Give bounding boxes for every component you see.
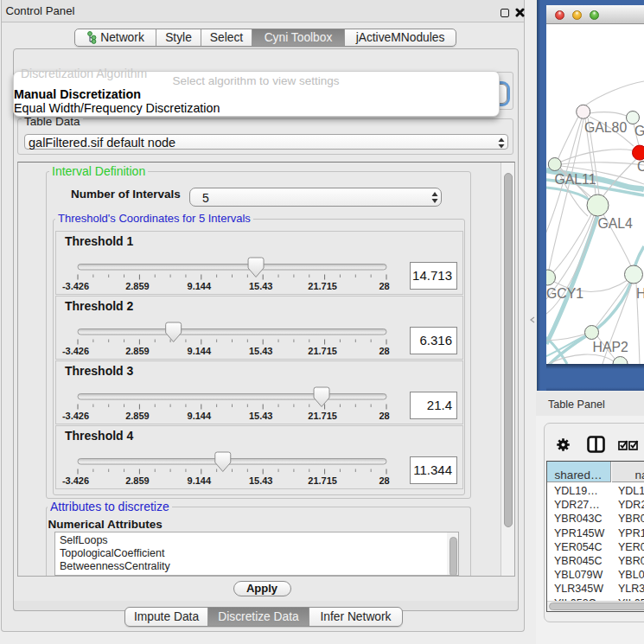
svg-text:15.43: 15.43 — [249, 411, 273, 421]
svg-text:9.144: 9.144 — [188, 281, 212, 291]
svg-text:28: 28 — [379, 346, 389, 356]
svg-text:9.144: 9.144 — [188, 411, 212, 421]
svg-text:GAL4: GAL4 — [598, 216, 634, 231]
svg-text:2.859: 2.859 — [125, 411, 150, 421]
svg-text:15.43: 15.43 — [249, 346, 273, 356]
svg-text:28: 28 — [379, 475, 389, 486]
svg-text:-3.426: -3.426 — [62, 346, 89, 356]
svg-text:H: H — [636, 286, 644, 301]
svg-text:15.43: 15.43 — [249, 475, 273, 486]
svg-text:2.859: 2.859 — [125, 281, 150, 291]
svg-text:21.715: 21.715 — [308, 411, 337, 421]
svg-text:9.144: 9.144 — [188, 346, 212, 356]
svg-text:21.715: 21.715 — [308, 281, 337, 291]
svg-text:28: 28 — [379, 281, 389, 291]
svg-text:C: C — [637, 159, 644, 174]
svg-text:28: 28 — [379, 411, 389, 421]
svg-text:GAL80: GAL80 — [584, 120, 627, 135]
svg-text:-3.426: -3.426 — [62, 281, 89, 291]
svg-text:9.144: 9.144 — [188, 475, 212, 486]
svg-text:GAL11: GAL11 — [555, 172, 596, 187]
svg-text:-3.426: -3.426 — [62, 475, 89, 486]
svg-text:GCY1: GCY1 — [546, 286, 583, 301]
svg-text:GA: GA — [634, 124, 644, 138]
svg-text:21.715: 21.715 — [308, 475, 337, 486]
svg-text:-3.426: -3.426 — [62, 411, 89, 421]
svg-text:21.715: 21.715 — [308, 346, 337, 356]
svg-text:2.859: 2.859 — [125, 346, 150, 356]
svg-text:15.43: 15.43 — [249, 281, 273, 291]
svg-text:HAP2: HAP2 — [593, 340, 628, 354]
svg-text:2.859: 2.859 — [125, 475, 150, 486]
